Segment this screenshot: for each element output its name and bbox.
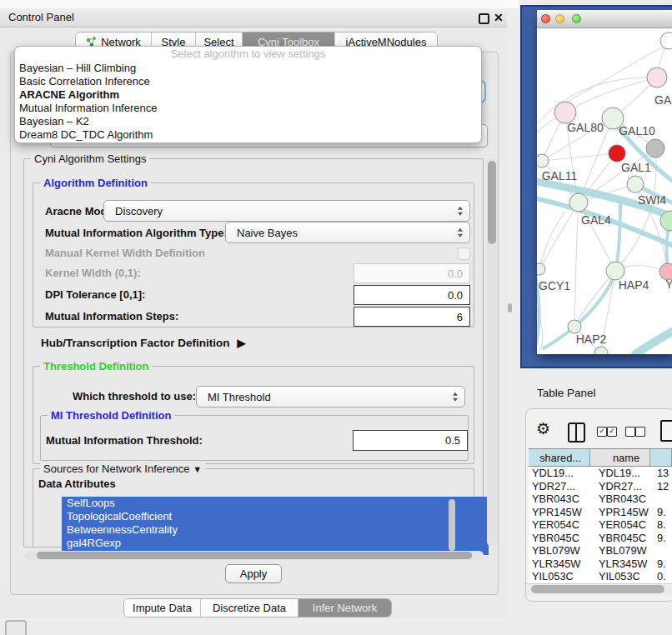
control-panel-title: Control Panel (8, 8, 74, 27)
algorithm-dropdown-popup: Select algorithm to view settings Bayesi… (14, 46, 482, 143)
unchecked-checkbox-icon[interactable] (635, 427, 645, 437)
network-node[interactable] (568, 320, 581, 333)
unchecked-checkbox-icon[interactable] (625, 427, 635, 437)
mi-threshold-input[interactable]: 0.5 (353, 430, 468, 451)
minimized-panel-icon[interactable] (5, 620, 27, 635)
table-row[interactable]: YBR045CYBR045C9. (529, 532, 672, 545)
mi-steps-input[interactable]: 6 (354, 307, 470, 327)
algorithm-option[interactable]: ARACNE Algorithm (15, 88, 481, 102)
network-node[interactable] (569, 193, 588, 212)
table-row[interactable]: YER054CYER054C8. (529, 518, 672, 532)
table-row[interactable]: YLR345WYLR345W9. (529, 558, 672, 571)
expand-right-icon: ▶ (238, 337, 246, 349)
table-hscrollbar-thumb[interactable] (531, 585, 664, 593)
panel-splitter-handle[interactable] (508, 303, 512, 312)
table-cell: 12 (650, 480, 672, 493)
table-cell: YPR145W (590, 506, 650, 519)
data-attributes-list[interactable]: SelfLoopsTopologicalCoefficientBetweenne… (62, 497, 489, 555)
hub-definition-toggle[interactable]: Hub/Transcription Factor Definition▶ (41, 337, 246, 349)
kernel-width-input[interactable]: 0.0 (354, 263, 470, 283)
zoom-traffic-light-icon[interactable] (572, 14, 581, 23)
threshold-definition-group: Threshold Definition Which threshold to … (33, 366, 474, 464)
table-body[interactable]: YDL19...YDL19...13YDR27...YDR27...12YBR0… (529, 467, 672, 583)
algorithm-definition-group: Algorithm Definition Aracne Mode: Discov… (33, 182, 474, 328)
tab-impute-data[interactable]: Impute Data (124, 599, 201, 617)
sources-title[interactable]: Sources for Network Inference ▼ (40, 462, 205, 475)
algorithm-option[interactable]: Mutual Information Inference (15, 102, 481, 115)
network-node[interactable] (627, 176, 644, 192)
data-attribute-item[interactable]: SelfLoops (62, 497, 489, 510)
table-cell: YLR345W (590, 558, 650, 571)
checked-checkbox-icon[interactable] (597, 427, 607, 437)
close-traffic-light-icon[interactable] (541, 14, 550, 23)
data-attribute-item[interactable]: gal4RGexp (62, 537, 489, 550)
data-attribute-item[interactable]: BetweennessCentrality (62, 523, 489, 537)
table-row[interactable]: YBR043CYBR043C (529, 492, 672, 506)
table-row[interactable]: YBL079WYBL079W (529, 544, 672, 558)
table-cell: YDL19... (590, 467, 650, 480)
network-node[interactable] (646, 139, 664, 158)
mi-steps-label: Mutual Information Steps: (45, 307, 178, 327)
tab-infer-network-label: Infer Network (313, 602, 377, 614)
network-node[interactable] (594, 347, 608, 354)
stepper-icon (451, 392, 459, 402)
which-threshold-value: MI Threshold (208, 387, 271, 407)
float-window-icon[interactable] (479, 13, 489, 24)
cyni-algorithm-settings-title: Cyni Algorithm Settings (31, 152, 149, 165)
tab-discretize-data[interactable]: Discretize Data (201, 599, 298, 617)
network-node[interactable] (647, 68, 667, 88)
mi-threshold-definition-title: MI Threshold Definition (48, 409, 174, 422)
gear-icon[interactable]: ⚙ (536, 419, 550, 438)
column-header-name[interactable]: name (590, 449, 650, 466)
tab-discretize-data-label: Discretize Data (213, 602, 286, 614)
table-row[interactable]: YDL19...YDL19...13 (529, 467, 672, 480)
columns-icon[interactable] (568, 422, 585, 442)
mi-algorithm-type-select[interactable]: Naive Bayes (225, 222, 470, 243)
algorithm-option[interactable]: Bayesian – K2 (15, 115, 481, 128)
table-cell: YDR27... (590, 480, 650, 493)
attributes-scrollbar[interactable] (449, 499, 455, 551)
network-window-titlebar[interactable] (537, 10, 672, 28)
mi-algorithm-type-label: Mutual Information Algorithm Type: (45, 222, 228, 244)
algorithm-option[interactable]: Bayesian – Hill Climbing (15, 62, 481, 75)
table-row[interactable]: YDR27...YDR27...12 (529, 480, 672, 493)
table-cell: YBR045C (590, 532, 650, 545)
file-icon[interactable] (660, 420, 672, 442)
aracne-mode-select[interactable]: Discovery (103, 200, 470, 222)
column-header-shared[interactable]: shared... (529, 449, 590, 466)
network-view-window[interactable]: GALGAL80GAL10GAL1GAL11SWI4GAL4GCY1HAP4YH… (537, 10, 672, 354)
minimize-traffic-light-icon[interactable] (555, 14, 564, 23)
settings-hscrollbar-thumb[interactable] (37, 552, 472, 559)
table-cell: YDL19... (529, 467, 590, 480)
settings-vscrollbar-thumb[interactable] (488, 161, 496, 244)
bottom-tabbar: Impute Data Discretize Data Infer Networ… (123, 598, 392, 618)
table-cell: 9. (650, 506, 672, 519)
which-threshold-select[interactable]: MI Threshold (196, 386, 465, 408)
network-node[interactable] (537, 154, 549, 168)
column-header-third[interactable] (650, 449, 672, 466)
network-node[interactable] (537, 263, 545, 275)
network-canvas[interactable]: GALGAL80GAL10GAL1GAL11SWI4GAL4GCY1HAP4YH… (537, 28, 672, 354)
table-header-row: shared... name (529, 448, 672, 467)
close-icon[interactable]: ✕ (494, 9, 504, 26)
threshold-definition-title: Threshold Definition (40, 360, 152, 372)
data-attribute-item[interactable]: TopologicalCoefficient (62, 510, 489, 523)
network-node[interactable] (606, 262, 624, 280)
checked-checkbox-icon[interactable] (607, 427, 617, 437)
algorithm-option[interactable]: Basic Correlation Inference (15, 75, 481, 88)
dpi-tolerance-input[interactable]: 0.0 (354, 285, 470, 305)
cyni-algorithm-settings-group: Cyni Algorithm Settings Algorithm Defini… (23, 158, 484, 548)
which-threshold-label: Which threshold to use: (73, 385, 196, 408)
sources-title-label: Sources for Network Inference (43, 462, 190, 475)
tab-infer-network[interactable]: Infer Network (298, 599, 391, 617)
stepper-icon (456, 228, 464, 238)
algorithm-option[interactable]: Dream8 DC_TDC Algorithm (15, 128, 481, 142)
table-cell: 0. (650, 570, 672, 583)
table-row[interactable]: YPR145WYPR145W9. (529, 506, 672, 519)
table-row[interactable]: YIL053CYIL053C0. (529, 570, 672, 583)
network-node[interactable] (609, 145, 625, 162)
apply-button[interactable]: Apply (225, 564, 282, 583)
manual-kernel-checkbox[interactable] (458, 248, 470, 260)
table-cell: YBR045C (529, 532, 590, 545)
kernel-width-label: Kernel Width (0,1): (45, 263, 141, 283)
